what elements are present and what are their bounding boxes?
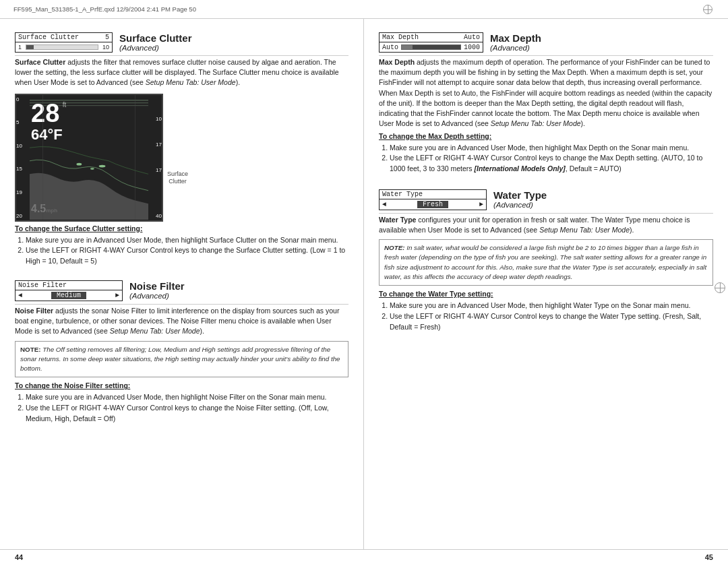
svg-point-2 [99,164,106,167]
max-depth-widget-label: Max Depth [382,34,419,41]
noise-filter-value: Medium [51,292,86,299]
max-depth-title-sub: (Advanced) [490,44,541,52]
surface-clutter-slider-row: 1 10 [16,42,112,52]
slider-track[interactable] [26,44,98,50]
noise-filter-arrow-nav[interactable]: ◄ Medium ► [16,290,122,301]
water-type-header: Water Type ◄ Fresh ► Water Type (Advance… [379,189,713,210]
slider-min: 1 [18,44,22,51]
sonar-image-area: 0 5 10 15 19 20 28 ft [15,94,348,222]
max-depth-auto-value: Auto [382,44,398,51]
right-page-number: 45 [705,553,713,561]
water-type-step-1: Make sure you are in Advanced User Mode,… [390,301,713,311]
max-depth-change-title: To change the Max Depth setting: [379,132,713,140]
surface-clutter-widget-label: Surface Clutter [18,34,79,41]
noise-filter-step-2: Use the LEFT or RIGHT 4-WAY Cursor Contr… [26,403,348,425]
depth-scale-right: 10 17 17 40 [148,95,162,220]
slider-max: 10 [102,44,109,51]
max-depth-top-row: Max Depth Auto [380,33,483,42]
water-type-title: Water Type (Advanced) [493,189,547,209]
svg-point-1 [90,168,94,170]
svg-point-0 [76,162,82,165]
surface-clutter-widget[interactable]: Surface Clutter 5 1 10 [15,32,113,53]
water-type-value: Fresh [417,201,448,208]
left-page-number: 44 [15,553,23,561]
max-depth-widget[interactable]: Max Depth Auto Auto 1000 [379,32,483,53]
water-type-widget-label: Water Type [382,191,423,198]
water-type-change-title: To change the Water Type setting: [379,290,713,298]
water-type-left-arrow[interactable]: ◄ [382,201,386,208]
max-depth-section: Max Depth Auto Auto 1000 Max Depth [379,32,713,175]
main-content: Surface Clutter 5 1 10 Surf [0,19,728,549]
surface-clutter-title-main: Surface Clutter [119,32,192,44]
surface-clutter-steps: Make sure you are in Advanced User Mode,… [15,235,348,267]
water-type-note: NOTE: In salt water, what would be consi… [379,239,713,286]
surface-clutter-divider [15,55,348,56]
crosshair-right-mid [715,282,725,293]
noise-filter-widget[interactable]: Noise Filter ◄ Medium ► [15,280,123,301]
noise-filter-title-main: Noise Filter [129,280,185,292]
noise-filter-instructions: To change the Noise Filter setting: Make… [15,381,348,424]
noise-filter-step-1: Make sure you are in Advanced User Mode,… [26,392,348,403]
max-depth-title: Max Depth (Advanced) [490,32,541,52]
noise-filter-title-sub: (Advanced) [129,292,185,300]
max-depth-instructions: To change the Max Depth setting: Make su… [379,132,713,175]
noise-filter-section: Noise Filter ◄ Medium ► Noise Filter (Ad… [15,280,348,425]
water-type-instructions: To change the Water Type setting: Make s… [379,290,713,332]
max-depth-steps: Make sure you are in Advanced User Mode,… [379,143,713,175]
water-type-arrow-nav[interactable]: ◄ Fresh ► [380,199,486,210]
water-type-step-2: Use the LEFT or RIGHT 4-WAY Cursor Contr… [390,311,713,333]
header-bar: FF595_Man_531385-1_A_PrfE.qxd 12/9/2004 … [0,0,728,19]
surface-clutter-widget-value: 5 [105,34,109,41]
max-depth-title-main: Max Depth [490,32,541,44]
surface-clutter-body: Surface Clutter adjusts the filter that … [15,57,348,88]
surface-clutter-step-2: Use the LEFT or RIGHT 4-WAY Cursor Contr… [26,245,348,267]
noise-filter-right-arrow[interactable]: ► [115,292,119,299]
max-depth-step-2: Use the LEFT or RIGHT 4-WAY Cursor Contr… [390,153,713,175]
noise-filter-header: Noise Filter ◄ Medium ► Noise Filter (Ad… [15,280,348,301]
surface-clutter-step-1: Make sure you are in Advanced User Mode,… [26,235,348,246]
max-depth-bottom-row: Auto 1000 [380,42,483,52]
water-type-section: Water Type ◄ Fresh ► Water Type (Advance… [379,189,713,333]
max-depth-header: Max Depth Auto Auto 1000 Max Depth [379,32,713,53]
water-type-right-arrow[interactable]: ► [479,201,483,208]
noise-filter-body: Noise Filter adjusts the sonar Noise Fil… [15,306,348,337]
noise-filter-steps: Make sure you are in Advanced User Mode,… [15,392,348,424]
slider-fill [26,45,34,49]
noise-filter-widget-label: Noise Filter [18,282,67,289]
noise-filter-divider [15,304,348,305]
max-depth-body: Max Depth adjusts the maximum depth of o… [379,57,713,129]
water-type-body: Water Type configures your unit for oper… [379,215,713,235]
noise-filter-title-row: Noise Filter [16,281,122,290]
depth-scale-left: 0 5 10 15 19 20 [16,95,30,220]
max-depth-auto-label: Auto [464,34,480,41]
surface-clutter-header: Surface Clutter 5 1 10 Surf [15,32,348,53]
water-type-steps: Make sure you are in Advanced User Mode,… [379,301,713,332]
noise-filter-left-arrow[interactable]: ◄ [18,292,22,299]
surface-clutter-title-sub: (Advanced) [119,44,192,52]
water-type-divider [379,213,713,214]
page-wrapper: FF595_Man_531385-1_A_PrfE.qxd 12/9/2004 … [0,0,728,564]
noise-filter-change-title: To change the Noise Filter setting: [15,381,348,389]
sonar-display: 0 5 10 15 19 20 28 ft [15,94,163,222]
surface-clutter-change-title: To change the Surface Clutter setting: [15,224,348,232]
surface-clutter-instructions: To change the Surface Clutter setting: M… [15,224,348,267]
surface-clutter-widget-title-row: Surface Clutter 5 [16,33,112,42]
sonar-echo-art [30,95,148,220]
crosshair-top-right [703,5,712,14]
surface-clutter-title: Surface Clutter (Advanced) [119,32,192,52]
water-type-title-sub: (Advanced) [493,201,547,209]
water-type-title-main: Water Type [493,189,547,201]
noise-filter-note: NOTE: The Off setting removes all filter… [15,341,348,378]
file-info: FF595_Man_531385-1_A_PrfE.qxd 12/9/2004 … [13,5,688,13]
max-depth-step-1: Make sure you are in Advanced User Mode,… [390,143,713,154]
max-depth-divider [379,55,713,56]
surface-clutter-section: Surface Clutter 5 1 10 Surf [15,32,348,267]
noise-filter-title: Noise Filter (Advanced) [129,280,185,300]
water-type-title-row: Water Type [380,190,486,199]
left-column: Surface Clutter 5 1 10 Surf [0,19,364,549]
surface-clutter-label: SurfaceClutter [167,170,188,185]
water-type-widget[interactable]: Water Type ◄ Fresh ► [379,189,487,210]
footer: 44 45 [0,549,728,564]
max-depth-1000: 1000 [464,44,480,51]
right-column: Max Depth Auto Auto 1000 Max Depth [364,19,728,549]
